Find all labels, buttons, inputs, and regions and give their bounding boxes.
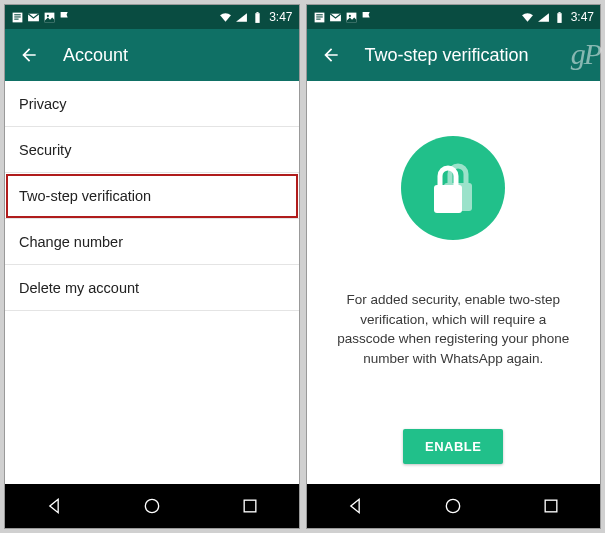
list-label: Privacy bbox=[19, 96, 67, 112]
svg-rect-8 bbox=[257, 12, 259, 13]
svg-point-17 bbox=[348, 14, 350, 16]
svg-rect-21 bbox=[434, 185, 462, 213]
svg-rect-18 bbox=[557, 13, 561, 23]
status-time: 3:47 bbox=[269, 10, 292, 24]
mail-icon bbox=[329, 11, 342, 24]
app-bar: Account bbox=[5, 29, 299, 81]
back-icon[interactable] bbox=[19, 45, 39, 65]
list-item-change-number[interactable]: Change number bbox=[5, 219, 299, 265]
account-list: Privacy Security Two-step verification C… bbox=[5, 81, 299, 484]
notification-icon bbox=[313, 11, 326, 24]
verify-description: For added security, enable two-step veri… bbox=[307, 290, 601, 368]
image-icon bbox=[43, 11, 56, 24]
enable-button[interactable]: ENABLE bbox=[403, 429, 503, 464]
svg-rect-19 bbox=[558, 12, 560, 13]
watermark: gP bbox=[571, 37, 600, 71]
list-item-delete-account[interactable]: Delete my account bbox=[5, 265, 299, 311]
list-label: Security bbox=[19, 142, 71, 158]
svg-rect-23 bbox=[545, 500, 557, 512]
flag-icon bbox=[361, 11, 374, 24]
page-title: Two-step verification bbox=[365, 45, 529, 66]
mail-icon bbox=[27, 11, 40, 24]
nav-home-icon[interactable] bbox=[443, 496, 463, 516]
lock-icon bbox=[428, 159, 478, 217]
svg-rect-3 bbox=[14, 18, 18, 19]
battery-icon bbox=[553, 11, 566, 24]
image-icon bbox=[345, 11, 358, 24]
nav-back-icon[interactable] bbox=[44, 496, 64, 516]
phone-left: 3:47 Account Privacy Security Two-step v… bbox=[4, 4, 300, 529]
nav-recent-icon[interactable] bbox=[240, 496, 260, 516]
list-label: Two-step verification bbox=[19, 188, 151, 204]
notification-icon bbox=[11, 11, 24, 24]
svg-point-22 bbox=[447, 499, 460, 512]
status-bar: 3:47 bbox=[5, 5, 299, 29]
flag-icon bbox=[59, 11, 72, 24]
status-right-icons: 3:47 bbox=[521, 10, 594, 24]
svg-rect-10 bbox=[244, 500, 256, 512]
lock-icon-circle bbox=[401, 136, 505, 240]
svg-rect-12 bbox=[316, 14, 323, 15]
nav-home-icon[interactable] bbox=[142, 496, 162, 516]
list-item-privacy[interactable]: Privacy bbox=[5, 81, 299, 127]
svg-rect-13 bbox=[316, 16, 323, 17]
app-bar: Two-step verification gP bbox=[307, 29, 601, 81]
svg-rect-1 bbox=[14, 14, 21, 15]
svg-rect-2 bbox=[14, 16, 21, 17]
verify-content: For added security, enable two-step veri… bbox=[307, 81, 601, 484]
phone-right: 3:47 Two-step verification gP For added … bbox=[306, 4, 602, 529]
signal-icon bbox=[235, 11, 248, 24]
status-bar: 3:47 bbox=[307, 5, 601, 29]
svg-rect-14 bbox=[316, 18, 320, 19]
nav-bar bbox=[5, 484, 299, 528]
status-left-icons bbox=[11, 11, 72, 24]
page-title: Account bbox=[63, 45, 128, 66]
svg-point-6 bbox=[47, 14, 49, 16]
battery-icon bbox=[251, 11, 264, 24]
status-left-icons bbox=[313, 11, 374, 24]
list-label: Delete my account bbox=[19, 280, 139, 296]
back-icon[interactable] bbox=[321, 45, 341, 65]
list-item-security[interactable]: Security bbox=[5, 127, 299, 173]
wifi-icon bbox=[219, 11, 232, 24]
signal-icon bbox=[537, 11, 550, 24]
nav-back-icon[interactable] bbox=[345, 496, 365, 516]
list-label: Change number bbox=[19, 234, 123, 250]
status-right-icons: 3:47 bbox=[219, 10, 292, 24]
nav-bar bbox=[307, 484, 601, 528]
wifi-icon bbox=[521, 11, 534, 24]
nav-recent-icon[interactable] bbox=[541, 496, 561, 516]
list-item-two-step-verification[interactable]: Two-step verification bbox=[5, 173, 299, 219]
svg-rect-7 bbox=[255, 13, 259, 23]
svg-point-9 bbox=[145, 499, 158, 512]
status-time: 3:47 bbox=[571, 10, 594, 24]
